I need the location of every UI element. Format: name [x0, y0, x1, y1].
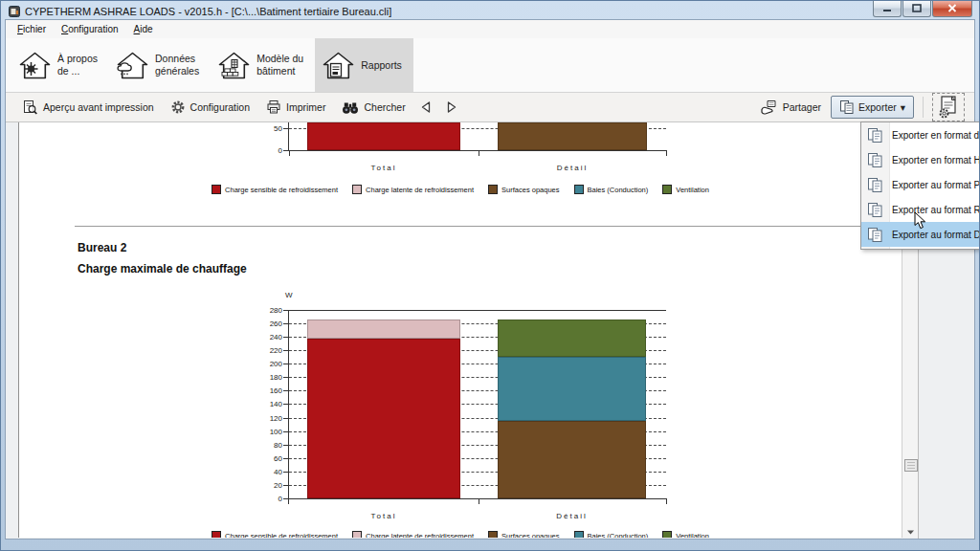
- menu-configuration[interactable]: Configuration: [54, 22, 126, 36]
- bar-segment-ventilation: [498, 320, 646, 357]
- imprimer-button[interactable]: Imprimer: [259, 97, 332, 118]
- legend-label: Charge sensible de refroidissement: [225, 186, 338, 194]
- legend-label: Ventilation: [676, 532, 709, 539]
- button-label: Configuration: [190, 101, 250, 113]
- y-tick-mark: [283, 431, 292, 432]
- legend-item-charge-sensible-de-refroidissement: Charge sensible de refroidissement: [212, 185, 338, 194]
- export-file-icon: [867, 177, 883, 193]
- y-tick-label: 220: [257, 346, 282, 355]
- report-settings-button[interactable]: [932, 93, 965, 121]
- scrollbar-thumb[interactable]: [904, 459, 918, 472]
- category-label: Total: [307, 164, 460, 172]
- y-tick-label: 160: [257, 386, 282, 395]
- bar-segment-charge-sensible-de-refroidissement: [307, 339, 460, 498]
- chart-legend: Charge sensible de refroidissementCharge…: [19, 531, 902, 538]
- menu-item-exporter-au-format-pdf[interactable]: Exporter au format PDF: [861, 172, 980, 197]
- menu-item-label: Exporter au format RTF: [892, 205, 980, 215]
- legend-item-baies-conduction: Baies (Conduction): [574, 531, 649, 538]
- legend-item-charge-latente-de-refroidissement: Charge latente de refroidissement: [352, 531, 474, 538]
- legend-label: Surfaces opaques: [501, 186, 559, 194]
- main-tab-donnees-generales[interactable]: Donnéesgénérales: [109, 38, 211, 92]
- chercher-button[interactable]: Chercher: [335, 98, 412, 118]
- bar-segment-surfaces-opaques: [498, 421, 646, 498]
- partager-button[interactable]: Partager: [753, 97, 828, 118]
- main-tab-rapports[interactable]: Rapports: [315, 38, 413, 92]
- legend-item-ventilation: Ventilation: [662, 531, 709, 538]
- legend-swatch: [488, 185, 498, 194]
- maximize-icon: [912, 3, 922, 14]
- prev-arrow-icon: [419, 100, 434, 114]
- y-tick-mark: [283, 310, 292, 311]
- legend-swatch: [352, 185, 362, 194]
- x-axis: [288, 150, 666, 151]
- configuration-button[interactable]: Configuration: [164, 97, 256, 118]
- main-tab-label: À proposde ...: [57, 53, 98, 77]
- button-label: Imprimer: [286, 101, 325, 113]
- category-label: Détail: [498, 512, 646, 520]
- titlebar[interactable]: CYPETHERM ASHRAE LOADS - v2015.h - [C:\.…: [5, 3, 975, 19]
- menu-item-exporter-en-format-htm[interactable]: Exporter en format HTM: [861, 147, 980, 172]
- gridline: [289, 350, 666, 351]
- previous-page-button[interactable]: [415, 99, 437, 116]
- gridline: [289, 377, 666, 378]
- apercu-avant-impression-button[interactable]: Aperçu avant impression: [15, 97, 161, 118]
- minimize-icon: [882, 3, 892, 14]
- scroll-down-button[interactable]: [906, 522, 915, 540]
- chart-1: 020406080100120140160180200220240260280T…: [19, 122, 902, 538]
- menu-item-label: Exporter au format DOC: [892, 230, 980, 240]
- legend-swatch: [662, 185, 672, 194]
- y-tick-label: 50: [257, 124, 282, 133]
- menu-item-exporter-en-format-de-te[interactable]: Exporter en format de te: [861, 122, 980, 147]
- menu-item-label: Exporter au format PDF: [892, 180, 980, 190]
- y-tick-label: 100: [257, 428, 282, 436]
- x-tick-mark: [288, 498, 289, 504]
- section-subtitle: Charge maximale de chauffage: [78, 262, 247, 276]
- legend-label: Baies (Conduction): [588, 186, 649, 194]
- report-view: Bureau 2 Charge maximale de chauffage 05…: [6, 121, 974, 539]
- exporter-button[interactable]: Exporter▾: [831, 96, 914, 119]
- button-label: Chercher: [364, 101, 405, 113]
- y-tick-mark: [283, 445, 292, 446]
- y-tick-mark: [283, 364, 292, 364]
- y-tick-mark: [283, 390, 292, 391]
- y-tick-mark: [283, 150, 292, 151]
- export-file-icon: [867, 202, 883, 218]
- y-tick-mark: [283, 418, 292, 419]
- legend-swatch: [212, 531, 221, 538]
- gridline: [289, 323, 666, 324]
- menubar: FichierConfigurationAide: [6, 20, 974, 38]
- gridline: [289, 458, 666, 459]
- y-tick-label: 200: [257, 360, 282, 368]
- plot-top-border: [288, 310, 666, 311]
- x-tick-mark: [666, 498, 667, 504]
- y-tick-mark: [283, 377, 292, 378]
- main-tab-modele-du-batiment[interactable]: Modèle dubâtiment: [211, 38, 315, 92]
- report-settings-icon: [935, 95, 962, 120]
- y-tick-label: 120: [257, 414, 282, 423]
- menu-aide[interactable]: Aide: [126, 22, 161, 36]
- gridline: [289, 404, 666, 405]
- y-tick-label: 280: [257, 306, 282, 315]
- maximize-button[interactable]: [902, 1, 931, 17]
- legend-item-charge-latente-de-refroidissement: Charge latente de refroidissement: [352, 185, 474, 194]
- y-tick-mark: [283, 485, 292, 486]
- export-file-icon: [867, 152, 883, 168]
- minimize-button[interactable]: [873, 1, 902, 17]
- menu-fichier[interactable]: Fichier: [10, 22, 54, 36]
- main-toolbar: À proposde ...DonnéesgénéralesModèle dub…: [6, 38, 974, 93]
- legend-item-ventilation: Ventilation: [662, 185, 709, 194]
- main-tab-a-propos-de[interactable]: À proposde ...: [11, 38, 109, 92]
- y-tick-label: 240: [257, 333, 282, 342]
- button-label: Partager: [783, 101, 821, 113]
- close-button[interactable]: [932, 1, 972, 17]
- x-axis: [288, 498, 666, 499]
- report-toolbar: Aperçu avant impressionConfigurationImpr…: [6, 93, 974, 121]
- y-tick-mark: [283, 404, 292, 405]
- house-weather-icon: [116, 52, 149, 79]
- app-window: CYPETHERM ASHRAE LOADS - v2015.h - [C:\.…: [0, 0, 980, 551]
- next-page-button[interactable]: [440, 99, 462, 116]
- gridline: [289, 390, 666, 391]
- y-tick-mark: [283, 472, 292, 473]
- section-divider: [75, 226, 898, 227]
- gridline: [289, 418, 666, 419]
